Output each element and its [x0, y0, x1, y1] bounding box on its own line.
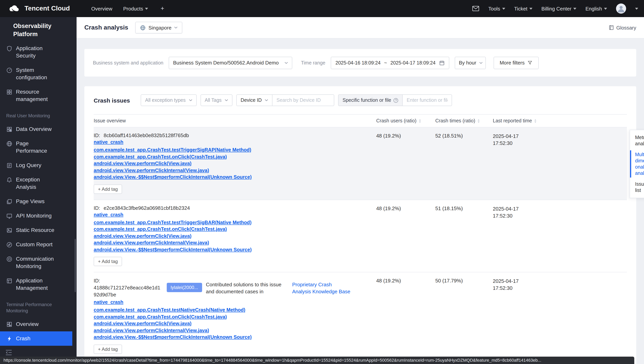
topnav-billing-label: Billing Center	[541, 6, 571, 12]
stack-frame-link[interactable]: com.example.test_app.CrashTest.testNativ…	[94, 307, 245, 314]
stack-frame-link[interactable]: com.example.test_app.CrashTest.onClick(C…	[94, 226, 227, 233]
stack-frame-link[interactable]: android.view.View.performClick(View.java…	[94, 233, 191, 240]
compass-icon	[6, 242, 13, 248]
stack-frame-link[interactable]: com.example.test_app.CrashTest.onClick(C…	[94, 314, 227, 320]
topnav-tools[interactable]: Tools	[488, 6, 505, 12]
sidebar-item-label: Log Query	[16, 162, 42, 169]
stack-frame-link[interactable]: android.view.View.performClickInternal(V…	[94, 240, 209, 246]
col-crash-users[interactable]: Crash users (ratio)	[376, 118, 435, 124]
add-tag-button[interactable]: + Add tag	[94, 257, 122, 266]
sort-icon[interactable]	[418, 119, 421, 123]
crash-icon	[6, 336, 13, 342]
stack-frame-link[interactable]: android.view.View.performClickInternal(V…	[94, 327, 209, 334]
mail-icon[interactable]	[472, 6, 479, 11]
stack-frame-link[interactable]: android.view.View.-$$Nest$mperformClickI…	[94, 246, 252, 253]
device-id-search-input[interactable]	[272, 94, 334, 106]
stack-frame-link[interactable]: com.example.test_app.CrashTest.testTrigg…	[94, 147, 251, 154]
chevron-down-icon	[502, 8, 505, 10]
issue-row[interactable]: ID:e2ce3843c3fbe962a06981cbf18b2324nativ…	[94, 200, 627, 272]
stack-frame-link[interactable]: android.view.View.-$$Nest$mperformClickI…	[94, 174, 252, 181]
sidebar-item-crash[interactable]: Crash	[0, 331, 72, 346]
function-filter-input[interactable]	[402, 94, 452, 106]
topnav-billing-center[interactable]: Billing Center	[541, 6, 576, 12]
issue-id-label: ID:	[94, 278, 100, 284]
issue-tag-badge[interactable]: lylalei(2000...	[167, 283, 202, 292]
crash-type-link[interactable]: native_crash	[94, 300, 123, 305]
issue-row[interactable]: ID: 41888c712127e8eacc48e1d192d9d7belyla…	[94, 272, 627, 360]
stack-frame-link[interactable]: android.view.View.performClick(View.java…	[94, 320, 191, 327]
sidebar-item-resource-management[interactable]: Resource management	[0, 85, 77, 106]
topbar-left: Tencent Cloud Overview Products +	[0, 4, 164, 13]
sort-icon[interactable]	[534, 119, 537, 123]
stack-frame-link[interactable]: com.example.test_app.CrashTest.testTrigg…	[94, 219, 251, 226]
help-icon[interactable]	[393, 98, 399, 103]
funnel-icon	[527, 60, 532, 65]
anchor-issue-list[interactable]: Issue list	[630, 179, 644, 196]
granularity-select[interactable]: By hour	[454, 56, 486, 69]
sidebar-item-application-management[interactable]: Application Management	[0, 274, 77, 295]
anchor-metric-analysis[interactable]: Metric analysis	[630, 132, 644, 149]
issue-row[interactable]: ID:8cb60aff141463eb0e832b5128f765dbnativ…	[94, 128, 627, 200]
col-last-reported[interactable]: Last reported time	[493, 118, 627, 124]
issues-table-body: ID:8cb60aff141463eb0e832b5128f765dbnativ…	[94, 128, 627, 360]
data-grid-icon	[6, 126, 13, 132]
more-filters-button[interactable]: More filters	[493, 56, 539, 69]
glossary-button[interactable]: Glossary	[608, 25, 636, 30]
sidebar-item-page-performance[interactable]: Page Performance	[0, 136, 77, 158]
sidebar-item-label: API Monitoring	[16, 212, 52, 220]
business-system-select[interactable]: Business System Demo/500562.Android Demo	[169, 56, 292, 69]
sidebar-item-exception-analysis[interactable]: Exception Analysis	[0, 172, 77, 194]
chevron-down-icon	[529, 8, 532, 10]
gauge-icon	[6, 67, 13, 74]
sidebar-item-static-resource[interactable]: Static Resource	[0, 223, 77, 237]
topnav-ticket[interactable]: Ticket	[514, 6, 532, 12]
user-avatar[interactable]	[616, 4, 626, 14]
log-icon	[6, 162, 13, 168]
time-range-picker[interactable]: 2025-04-16 18:09:24 ~ 2025-04-17 18:09:2…	[331, 56, 449, 69]
topnav-products[interactable]: Products	[123, 6, 148, 12]
add-tag-button[interactable]: + Add tag	[94, 184, 122, 194]
knowledge-base-link[interactable]: Proprietary Crash Analysis Knowledge Bas…	[292, 281, 351, 295]
stack-frame-link[interactable]: android.view.View.-$$Nest$mperformClickI…	[94, 334, 252, 341]
tags-select[interactable]: All Tags	[200, 94, 232, 106]
stack-frame-link[interactable]: android.view.View.performClickInternal(V…	[94, 167, 209, 174]
sidebar-item-api-monitoring[interactable]: API Monitoring	[0, 208, 77, 223]
topnav-add-button[interactable]: +	[161, 5, 164, 12]
topnav-language[interactable]: English	[585, 6, 607, 12]
function-filter-toggle[interactable]: Specific function or file	[338, 94, 403, 106]
sort-icon[interactable]	[477, 119, 480, 123]
crash-users-cell: 48 (19.2%)	[376, 277, 435, 354]
anchor-multi-dimensional-analysis[interactable]: Multi-dimensional analysis	[630, 149, 644, 179]
topnav-language-label: English	[585, 6, 602, 12]
sidebar-item-application-security[interactable]: Application Security	[0, 41, 77, 63]
sidebar-item-page-views[interactable]: Page Views	[0, 194, 77, 208]
sidebar-item-communication-monitoring[interactable]: Communication Monitoring	[0, 252, 77, 274]
col-crash-times[interactable]: Crash times (ratio)	[435, 118, 493, 124]
topnav-overview[interactable]: Overview	[91, 6, 112, 12]
sidebar-item-label: Page Views	[16, 198, 45, 205]
page-header: Crash analysis Singapore Glossary	[77, 17, 644, 38]
sidebar-item-data-overview[interactable]: Data Overview	[0, 122, 77, 136]
issue-overview-cell: ID:8cb60aff141463eb0e832b5128f765dbnativ…	[94, 132, 376, 194]
crash-type-link[interactable]: native_crash	[94, 140, 123, 145]
crash-type-link[interactable]: native_crash	[94, 212, 123, 217]
sidebar-item-log-query[interactable]: Log Query	[0, 158, 77, 172]
add-tag-button[interactable]: + Add tag	[94, 344, 122, 354]
sidebar-item-label: Data Overview	[16, 126, 52, 133]
page-title: Crash analysis	[84, 24, 128, 31]
sidebar-item-overview[interactable]: Overview	[0, 317, 77, 331]
exception-type-select[interactable]: All exception types	[141, 94, 197, 106]
sidebar-item-label: System configuration	[16, 66, 56, 81]
account-chevron-down-icon[interactable]	[635, 8, 638, 10]
sidebar-item-custom-report[interactable]: Custom Report	[0, 237, 77, 252]
last-reported-cell: 2025-04-17 17:52:30	[493, 205, 627, 266]
device-id-select[interactable]: Device ID	[236, 94, 272, 106]
topnav: Overview Products +	[91, 5, 164, 12]
region-select[interactable]: Singapore	[135, 22, 183, 34]
globe-icon	[6, 141, 13, 147]
sidebar-scrollbar[interactable]	[75, 239, 76, 292]
collapse-sidebar-icon[interactable]	[6, 350, 12, 356]
stack-frame-link[interactable]: android.view.View.performClick(View.java…	[94, 160, 191, 167]
sidebar-item-system-configuration[interactable]: System configuration	[0, 63, 77, 85]
stack-frame-link[interactable]: com.example.test_app.CrashTest.onClick(C…	[94, 154, 227, 160]
